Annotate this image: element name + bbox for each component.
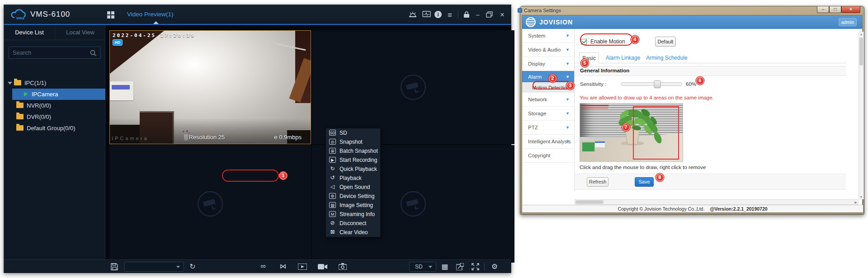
tab-alarm-linkage[interactable]: Alarm Linkage — [604, 52, 642, 63]
annotation-badge-4: 4 — [631, 36, 639, 43]
save-button[interactable]: Save — [635, 177, 654, 187]
sidebar-item-intelligent-analysis[interactable]: Intelligent Analysis▼ — [522, 135, 574, 149]
annotation-badge-5: 5 — [581, 59, 589, 67]
tree-item-default-group[interactable]: Default Group(0/0) — [4, 123, 105, 134]
folder-icon — [16, 125, 24, 131]
horizontal-scrollbar[interactable]: ▶ — [575, 199, 859, 205]
camera-play-icon — [24, 91, 28, 96]
search-input[interactable] — [13, 47, 85, 58]
sidebar-item-video-audio[interactable]: Video & Audio▼ — [522, 43, 574, 57]
menu-item-quick-playback[interactable]: ↻Quick Playback — [326, 165, 380, 174]
refresh-button[interactable]: Refresh — [587, 177, 609, 187]
video-cell-empty[interactable] — [109, 145, 311, 263]
admin-user-button[interactable]: admin — [839, 18, 857, 26]
menu-item-streaming-info[interactable]: MStreaming Info — [326, 210, 380, 219]
menu-item-snapshot[interactable]: ◎Snapshot — [326, 137, 380, 146]
scene-green-box — [582, 142, 594, 151]
minimize-icon[interactable]: – — [817, 6, 829, 13]
video-cell-live[interactable]: 2022-04-25 17:20:39 HD IPCamera Resoluti… — [109, 30, 311, 144]
expand-caret-icon[interactable] — [8, 82, 12, 85]
camera-settings-titlebar: Camera Settings –□× — [520, 6, 864, 15]
video-camera-icon[interactable] — [318, 264, 327, 270]
scrollbar-thumb[interactable] — [859, 38, 863, 66]
sidebar-item-ptz[interactable]: PTZ▼ — [522, 121, 574, 135]
tree-item-dvr[interactable]: DVR(0/0) — [4, 111, 105, 123]
lock-icon[interactable] — [463, 11, 470, 18]
save-view-icon[interactable] — [111, 263, 118, 270]
scroll-down-icon[interactable]: ▼ — [859, 195, 863, 198]
sidebar-item-copyright[interactable]: Copyright — [522, 149, 574, 163]
scrollbar-thumb[interactable] — [576, 200, 604, 204]
device-setting-gear-icon: ⚙ — [329, 193, 336, 199]
minimize-icon[interactable]: – — [473, 11, 482, 18]
close-icon[interactable]: × — [841, 6, 860, 13]
cycle-play-icon[interactable]: ↻ — [188, 262, 198, 271]
tree-item-ipc[interactable]: IPC(1/1) — [4, 77, 105, 89]
motion-area-rect[interactable] — [633, 106, 679, 160]
restore-icon[interactable] — [486, 11, 493, 18]
vertical-scrollbar[interactable]: ▲ ▼ — [859, 32, 864, 199]
window-controls: –□× — [817, 6, 860, 13]
broken-link-icon[interactable]: ⋈ — [278, 262, 288, 270]
batch-snapshot-icon: ⊞ — [329, 148, 336, 154]
menu-item-image-setting[interactable]: ▨Image Setting — [326, 201, 380, 210]
tab-arming-schedule[interactable]: Arming Schedule — [645, 52, 689, 63]
search-box — [9, 47, 101, 59]
scene-osd-timestamp — [581, 105, 609, 106]
preview-toolbar: ↻ ∞ ⋈ SD ▦ ⚙ — [4, 259, 511, 273]
annotation-badge-2: 2 — [549, 75, 557, 82]
motion-area-image[interactable] — [580, 103, 683, 162]
context-menu: SDSD ◎Snapshot ⊞Batch Snapshot ▶Start Re… — [326, 128, 381, 237]
scene-label-card — [595, 141, 605, 147]
vms-cloud-logo: vms — [9, 9, 28, 22]
search-icon[interactable] — [90, 50, 97, 57]
menu-item-disconnect[interactable]: ⊘Disconnect — [326, 219, 380, 228]
annotation-badge-1: 1 — [279, 172, 287, 179]
scroll-up-icon[interactable]: ▲ — [859, 33, 863, 36]
annotation-ellipse-enable-motion — [580, 33, 633, 46]
tree-item-nvr[interactable]: NVR(0/0) — [4, 100, 105, 111]
video-cell-empty[interactable] — [312, 30, 514, 144]
tab-device-list[interactable]: Device List — [4, 25, 55, 40]
chevron-down-icon: ▼ — [566, 93, 570, 107]
menu-item-sd[interactable]: SDSD — [326, 128, 380, 137]
default-button[interactable]: Default — [655, 37, 676, 47]
sensitivity-slider[interactable] — [621, 82, 682, 86]
tab-video-preview[interactable]: Video Preview(1) — [127, 11, 174, 18]
close-icon[interactable]: × — [498, 11, 507, 19]
photo-camera-icon[interactable] — [339, 263, 347, 270]
popout-icon[interactable] — [456, 263, 464, 270]
record-all-icon[interactable] — [298, 264, 307, 270]
device-panel-tabs: Device List Local View — [4, 25, 105, 40]
menu-item-start-recording[interactable]: ▶Start Recording — [326, 155, 380, 165]
tree-item-ipcamera[interactable]: IPCamera — [12, 89, 105, 100]
menu-item-playback[interactable]: ↺Playback — [326, 174, 380, 183]
sidebar-item-display[interactable]: Display▼ — [522, 57, 574, 71]
live-video-feed — [110, 31, 311, 144]
maximize-icon[interactable]: □ — [829, 6, 841, 13]
menu-item-clear-video[interactable]: ⊠Clear Video — [326, 228, 380, 237]
slider-thumb[interactable] — [654, 80, 661, 88]
link-icon[interactable]: ∞ — [258, 262, 268, 270]
sidebar-item-storage[interactable]: Storage▼ — [522, 107, 574, 121]
grid-layout-icon[interactable]: ▦ — [440, 262, 450, 271]
event-monitor-icon[interactable] — [422, 11, 431, 18]
fullscreen-icon[interactable] — [472, 263, 479, 270]
menu-item-batch-snapshot[interactable]: ⊞Batch Snapshot — [326, 146, 380, 155]
sidebar-item-network[interactable]: Network▼ — [522, 93, 574, 107]
scroll-right-icon[interactable]: ▶ — [855, 201, 857, 204]
info-icon[interactable]: i — [434, 11, 442, 18]
menu-item-open-sound[interactable]: ◁Open Sound — [326, 183, 380, 192]
tab-local-view[interactable]: Local View — [55, 25, 105, 40]
view-select-dropdown[interactable] — [124, 262, 184, 272]
menu-item-device-setting[interactable]: ⚙Device Setting — [326, 192, 380, 201]
launcher-grid-icon[interactable] — [107, 11, 115, 19]
gear-icon[interactable]: ⚙ — [490, 262, 500, 271]
clear-video-icon: ⊠ — [329, 229, 336, 235]
stream-quality-select[interactable]: SD — [409, 262, 436, 272]
camera-placeholder-icon — [399, 73, 428, 102]
alarm-icon[interactable] — [409, 11, 417, 18]
annotation-badge-3: 3 — [566, 82, 574, 90]
list-icon[interactable]: ≡ — [445, 11, 454, 20]
sidebar-item-system[interactable]: System▼ — [522, 29, 574, 43]
